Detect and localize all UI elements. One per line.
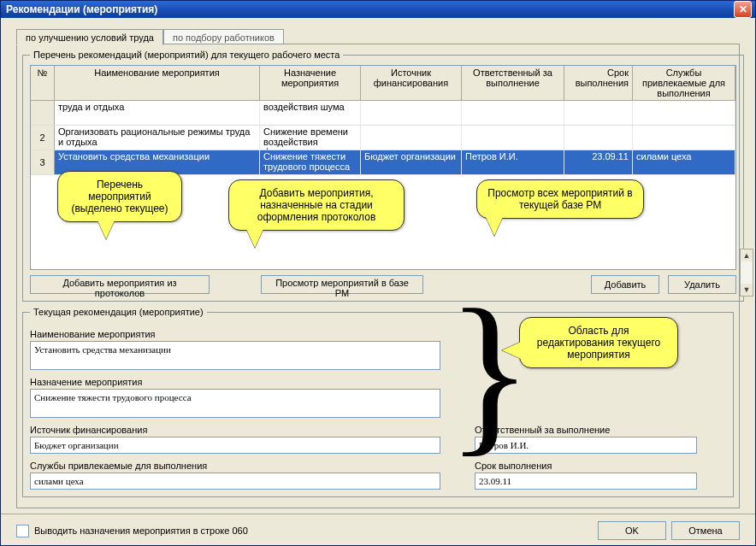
label-nazn: Назначение мероприятия [30, 377, 726, 387]
brace-icon: } [446, 295, 533, 449]
table-row[interactable]: 2 Организовать рациональные режимы труда… [31, 126, 735, 150]
grid-header: № Наименование мероприятия Назначение ме… [31, 66, 735, 101]
table-row[interactable]: труда и отдыха воздействия шума [31, 101, 735, 126]
add-from-protocols-button[interactable]: Добавить мероприятия из протоколов [30, 275, 210, 294]
edit-nazn-value[interactable]: Снижение тяжести трудового процесса [30, 389, 440, 418]
edit-sluzh-value[interactable]: силами цеха [30, 473, 440, 490]
fieldset-edit: Текущая рекомендация (мероприятие) Наиме… [22, 307, 734, 497]
label-ist: Источник финансирования [30, 425, 440, 435]
add-button[interactable]: Добавить [591, 275, 659, 294]
side-scrollbar[interactable]: ▲ ▼ [740, 249, 753, 296]
callout-view-db: Просмотр всех мероприятий в текущей базе… [476, 179, 644, 219]
callout-add-protocols: Добавить мероприятия, назначенные на ста… [228, 179, 405, 231]
tab-strip: по улучшению условий труда по подбору ра… [16, 25, 740, 44]
titlebar: Рекомендации (мероприятия) ✕ [1, 1, 755, 18]
scroll-track[interactable] [741, 261, 753, 284]
fieldset-edit-title: Текущая рекомендация (мероприятие) [30, 307, 207, 317]
dialog-footer: Выводить назначения мероприятия в строке… [1, 514, 755, 546]
fieldset-list: Перечень рекомендаций (мероприятий) для … [22, 50, 744, 302]
tab-workers[interactable]: по подбору работников [163, 29, 284, 44]
col-sluzh[interactable]: Службы привлекаемые для выполнения [633, 66, 735, 100]
label-sluzh: Службы привлекаемые для выполнения [30, 461, 440, 471]
callout-list: Перечень мероприятий (выделено текущее) [57, 171, 182, 222]
tab-panel: Перечень рекомендаций (мероприятий) для … [16, 44, 740, 508]
col-n[interactable]: № [31, 66, 55, 100]
list-toolbar: Добавить мероприятия из протоколов Просм… [30, 275, 736, 294]
checkbox-060[interactable] [16, 525, 29, 537]
edit-srok-value[interactable]: 23.09.11 [475, 473, 697, 490]
dialog-window: Рекомендации (мероприятия) ✕ по улучшени… [0, 0, 756, 546]
close-icon[interactable]: ✕ [734, 1, 752, 18]
edit-ist-value[interactable]: Бюджет организации [30, 437, 440, 454]
callout-edit-area: Область для редактирования текущего меро… [519, 317, 678, 368]
cancel-button[interactable]: Отмена [671, 521, 740, 540]
grid-body: труда и отдыха воздействия шума 2 Органи… [31, 101, 735, 175]
col-nazn[interactable]: Назначение мероприятия [260, 66, 361, 100]
view-in-db-button[interactable]: Просмотр мероприятий в базе РМ [261, 275, 423, 294]
scroll-up-icon[interactable]: ▲ [741, 250, 753, 261]
ok-button[interactable]: OK [598, 521, 666, 540]
tab-conditions[interactable]: по улучшению условий труда [16, 29, 163, 45]
fieldset-list-title: Перечень рекомендаций (мероприятий) для … [30, 50, 343, 60]
grid: № Наименование мероприятия Назначение ме… [30, 65, 736, 270]
col-srok[interactable]: Срок выполнения [564, 66, 633, 100]
scroll-down-icon[interactable]: ▼ [741, 284, 753, 296]
col-otv[interactable]: Ответственный за выполнение [462, 66, 564, 100]
col-ist[interactable]: Источник финансирования [361, 66, 462, 100]
window-title: Рекомендации (мероприятия) [4, 3, 734, 15]
col-name[interactable]: Наименование мероприятия [55, 66, 260, 100]
delete-button[interactable]: Удалить [668, 275, 736, 294]
edit-name-value[interactable]: Установить средства механизации [30, 341, 440, 370]
checkbox-060-label: Выводить назначения мероприятия в строке… [34, 525, 248, 536]
